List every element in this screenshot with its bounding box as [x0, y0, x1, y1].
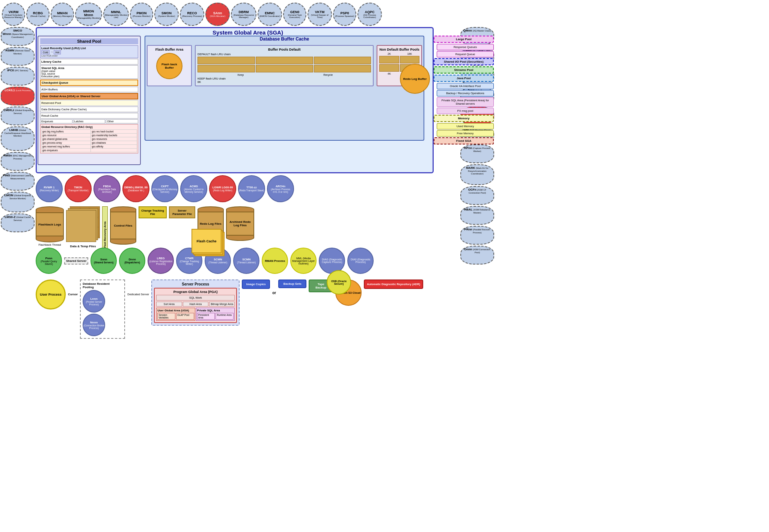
bitmap-merge: Bitmap Merge Area: [209, 302, 235, 307]
shared-pool: Shared Pool Least Recently Used (LRU) Li…: [38, 36, 141, 165]
mmnl-process: MMNL (Manageability Monitor Lite): [103, 3, 129, 26]
work-areas-row: Sort Area Hash Area Bitmap Merge Area: [156, 302, 235, 307]
uga-private-row: User Global Area (UGA) Session Variables…: [156, 308, 235, 321]
library-cache: Library Cache: [40, 59, 138, 65]
sort-area: Sort Area: [156, 302, 182, 307]
prnn-process: PRnn (Parallel Recover Process): [460, 226, 494, 245]
rsmn-process: RSMN (Remote Slave Monitor): [1, 47, 35, 66]
acms-process: ACMS (Atomic Control to Memory Service): [180, 175, 207, 202]
nnnn-process: Nnnn (Connection Broker Process): [83, 314, 105, 336]
result-cache: Result Cache: [40, 113, 138, 119]
user-process-circle: User Process: [36, 280, 66, 310]
tmon-process: TMON (Transport Monitor): [65, 175, 92, 202]
redo-log-buffer-container: Redo Log Buffer: [400, 64, 430, 94]
db-resident-pooling: Database ResidentPooling Lnnn (Pooled Se…: [80, 280, 125, 339]
dedicated-server-label: Dedicated Server: [127, 293, 149, 296]
pmon-process: PMON (Process Monitor): [130, 3, 153, 26]
ipc0-process: IPC0 (IPC Service): [1, 67, 35, 86]
aqpc-process: AQPC (AQ Process Coordinator): [357, 3, 382, 26]
free-memory-box: Free Memory: [437, 130, 494, 137]
archn-process: ARCHn (Archiver Process n=0..9 or nnn): [267, 175, 294, 202]
image-copies-box: Image Copies: [242, 280, 270, 289]
data-temp-files-container: Data & Temp Files: [66, 206, 100, 248]
ash-buffers: ASH Buffers: [40, 87, 138, 92]
dbw-process: DBW0-j BW36..99 (Database Wr.): [122, 175, 149, 202]
large-pool-box: Large Pool: [434, 36, 494, 43]
mmon-process: MMONMnnn (Manageability Monitor): [75, 3, 102, 26]
dbrm-process: DBRM (Database Resource Manager): [231, 3, 256, 26]
dnnn-process: Dnnn (Dispatchers): [119, 248, 145, 274]
rac-section: Global Resource Directory (RAC Only) ges…: [40, 124, 138, 153]
flashback-logs-container: Flashback Logs Flachback Thread: [36, 206, 64, 246]
scmn2-process: SCMN (Thread Listener): [233, 248, 259, 274]
rman-process: RMAN Process: [262, 248, 288, 274]
pnnn-process: Pnnn (Parallel Query Slaves): [36, 248, 62, 274]
vkrm-process: VKRM (Virtual Scheduler Resource Manag.): [2, 3, 25, 26]
rac-row: ges shared global areagcs resources: [42, 137, 137, 141]
pga-container: Program Global Area (PGA) SQL Work Sort …: [154, 288, 237, 323]
uga-box: User Global Area (UGA) or Shared Server: [40, 93, 138, 99]
reserved-pool: Reserved Pool: [40, 100, 138, 106]
oracle-interface-box: Oracle XA Interface Pool: [437, 83, 494, 89]
backup-sets-container: Backup Sets: [278, 280, 306, 288]
lower-processes-row: Pnnn (Parallel Query Slaves) Shared Serv…: [36, 248, 458, 274]
flash-cache-label: Flash Cache: [191, 229, 222, 253]
hash-area: Hash Area: [183, 302, 208, 307]
keep-recycle-labels: Keep Recycle: [198, 74, 371, 76]
psp0-process: PSP0 (Process Spawner): [333, 3, 356, 26]
rac-row: ges reserved msg buffersgcs affinity: [42, 145, 137, 149]
rbal-process: RBAL (ASM Rebalance Master): [460, 206, 494, 225]
redo-log-buffer-circle: Redo Log Buffer: [400, 64, 430, 94]
flashback-thread-label: Flachback Thread: [39, 243, 61, 246]
ckpt-process: CKPT (Checkpoint to Memory Service): [151, 175, 178, 202]
streams-pool-box: Streams Pool: [434, 66, 494, 74]
flashback-logs-body: Flashback Logs: [36, 213, 64, 236]
control-files-body: Control Files: [110, 212, 136, 239]
shared-server-label: Shared Server: [64, 257, 88, 264]
lms0z-process: LMS0-Z (Global Cache Service): [1, 213, 35, 232]
private-sql-pga: Private SQL Area Persistent Area Runtime…: [196, 308, 235, 321]
rac-row: ges resourcegcs mastership buckets: [42, 134, 137, 137]
gen0-process: GEN0 (General Task Execution): [283, 3, 306, 26]
mman-process: MMAN (Memory Manager): [51, 3, 74, 26]
cyl-top-1: [36, 206, 64, 213]
smon-process: SMON (System Monitor): [154, 3, 179, 26]
file-stack: [66, 206, 100, 244]
buffer-cache-container: Database Buffer Cache Flash Buffer Area …: [145, 36, 424, 141]
px-msg-box: PX msg pool: [437, 108, 494, 114]
flash-buffer-area: Flash Buffer Area Flash back Buffer: [147, 45, 192, 86]
ttoo-zz-process: TT00-zz (Redo Transport Slave): [238, 175, 265, 202]
flash-cache-container: Flash Cache: [191, 229, 225, 259]
shared-sql-area: Shared SQL Area (Hash valueSQL sourceExe…: [40, 65, 138, 79]
lmd0z-process: LMD0,z (Global Enqueue Service): [1, 107, 35, 125]
checkpoint-queue: Checkpoint Queue: [40, 80, 138, 86]
java-pool-box: Java Pool: [434, 75, 494, 82]
cursor-label: Cursor: [68, 293, 78, 296]
mark-process: MARK (Mark AU for Resynchronization Coor…: [460, 164, 494, 185]
data-dict-cache: Data Dictionary Cache (Row Cache): [40, 107, 138, 112]
ping-process: PING (Interconnect Latency Measurement): [1, 172, 35, 191]
buffer-pools-box: Buffer Pools Default DEFAULT flash LRU c…: [195, 45, 374, 86]
rmsn-process: RMSn (RAC Management Process): [1, 152, 35, 171]
lnnn-process: Lnnn (Pooled Server Process): [83, 290, 105, 313]
rac-row: ges enqueues: [42, 149, 137, 152]
rac-row: ges process arraygcs shadows: [42, 141, 137, 145]
request-queue-box: Request Queue: [437, 51, 494, 57]
snnn-process: Snnn (Shared Servers): [90, 248, 117, 274]
enqueues-row: Enqueues Latches Other: [40, 119, 138, 123]
response-queues-box: Response Queues: [437, 44, 494, 50]
change-tracking-file: Change Tracking File: [139, 206, 167, 218]
reco-process: RECO (Recovery Process): [180, 3, 204, 26]
rpnn-process: RPnn (Capture Process Worker): [460, 144, 494, 163]
server-process-box: Server Process Program Global Area (PGA)…: [151, 280, 240, 326]
middle-processes-row: RVWR 1 (Recovery Writer) TMON (Transport…: [36, 175, 458, 202]
diag-process: DIAG (Diagnostic Capture Process): [319, 248, 345, 274]
control-files-container: Control Files: [110, 206, 136, 245]
shared-pool-title: Shared Pool: [40, 38, 138, 44]
shared-io-box: Shared I/O Pool (Securities): [434, 58, 494, 65]
mml-process: MML (Media Management Layer routines): [290, 248, 317, 274]
lgwr-process: LGWR LG00-99 (Redo Log Writer): [209, 175, 236, 202]
flashback-buffer-circle: Flash back Buffer: [156, 53, 182, 79]
adr-box: Automatic Diagnostic Repository (ADR): [364, 280, 423, 289]
lru-list-box: Least Recently Used (LRU) List Cold → Ho…: [40, 45, 138, 58]
